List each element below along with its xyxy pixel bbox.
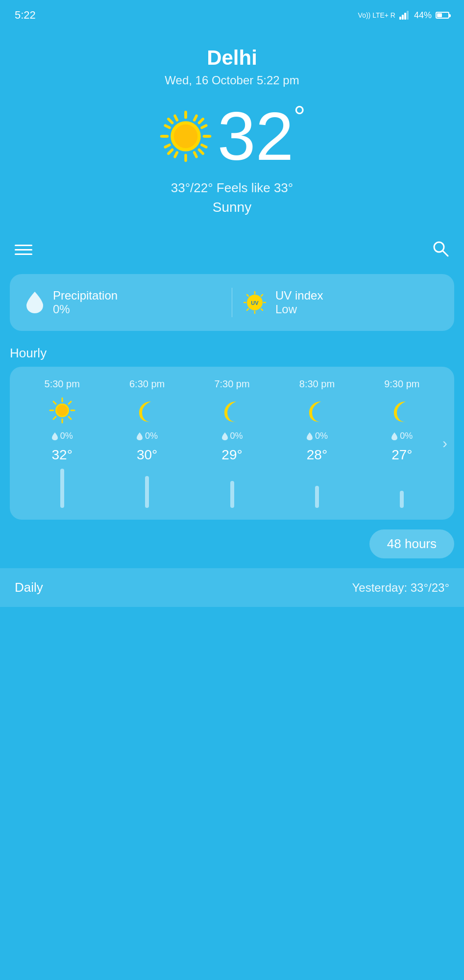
temp-row: 32 ° <box>10 102 454 171</box>
hour-precip-2: 0% <box>221 431 243 441</box>
hour-bar-0 <box>60 469 64 508</box>
temperature-value: 32 <box>218 102 294 171</box>
hourly-section-label: Hourly <box>0 336 464 367</box>
carrier-text: Vo)) LTE+ R <box>358 11 395 20</box>
hour-col-1: 6:30 pm 0%30° <box>104 378 189 508</box>
degree-symbol: ° <box>293 102 305 131</box>
hour-temp-2: 29° <box>221 447 242 463</box>
svg-line-43 <box>69 402 71 404</box>
sun-small-icon <box>48 396 77 425</box>
chevron-right-icon[interactable]: › <box>442 435 447 452</box>
48-hours-button[interactable]: 48 hours <box>369 529 454 558</box>
daily-label: Daily <box>15 580 43 595</box>
weather-condition: Sunny <box>10 200 454 215</box>
hour-time-1: 6:30 pm <box>129 378 165 390</box>
hour-bar-3 <box>315 486 319 508</box>
svg-line-42 <box>69 417 71 419</box>
hour-bar-container-4 <box>400 469 404 508</box>
menu-button[interactable] <box>15 245 32 255</box>
search-button[interactable] <box>432 240 449 259</box>
battery-text: 44% <box>414 10 432 21</box>
sun-icon <box>159 109 213 163</box>
precipitation-label: Precipitation <box>53 289 118 302</box>
svg-rect-0 <box>399 17 401 20</box>
hour-bar-container-0 <box>60 469 64 508</box>
svg-line-9 <box>199 150 203 154</box>
svg-text:UV: UV <box>251 300 259 306</box>
svg-line-10 <box>199 119 203 123</box>
svg-line-44 <box>53 417 56 419</box>
moon-icon-3 <box>302 396 332 425</box>
svg-line-36 <box>247 309 248 310</box>
svg-line-22 <box>175 116 177 120</box>
hour-precip-0: 0% <box>51 431 73 441</box>
info-card: Precipitation 0% UV UV index Low <box>10 274 454 331</box>
moon-icon-2 <box>218 396 247 425</box>
precipitation-value: 0% <box>53 302 118 316</box>
svg-line-33 <box>247 295 248 296</box>
hour-precip-1: 0% <box>136 431 158 441</box>
svg-rect-3 <box>407 11 409 20</box>
hour-time-2: 7:30 pm <box>214 378 249 390</box>
hour-col-2: 7:30 pm 0%29° <box>190 378 274 508</box>
hour-temp-1: 30° <box>137 447 157 463</box>
hourly-card: 5:30 pm 0%32°6:30 pm 0%30°7:30 pm 0%29°8… <box>10 367 454 520</box>
uv-icon: UV <box>242 290 268 315</box>
svg-line-8 <box>168 119 172 123</box>
moon-icon-1 <box>132 396 162 425</box>
svg-line-16 <box>202 145 206 147</box>
svg-line-11 <box>168 150 172 154</box>
temp-range-line: 33°/22° Feels like 33° <box>10 180 454 196</box>
hour-col-4: 9:30 pm 0%27° <box>360 378 444 508</box>
svg-line-14 <box>202 126 206 127</box>
hour-time-4: 9:30 pm <box>384 378 419 390</box>
svg-line-18 <box>175 152 177 157</box>
svg-rect-2 <box>404 13 406 20</box>
hour-time-3: 8:30 pm <box>299 378 335 390</box>
status-bar: 5:22 Vo)) LTE+ R 44% <box>0 0 464 26</box>
hour-bar-container-1 <box>145 469 149 508</box>
svg-rect-1 <box>402 15 404 20</box>
hour-bar-1 <box>145 476 149 508</box>
moon-icon-4 <box>387 396 416 425</box>
hour-time-0: 5:30 pm <box>45 378 80 390</box>
uv-info: UV UV index Low <box>242 289 440 316</box>
svg-line-21 <box>165 126 170 127</box>
hour-precip-4: 0% <box>391 431 413 441</box>
date-time: Wed, 16 October 5:22 pm <box>10 74 454 87</box>
hour-temp-3: 28° <box>307 447 327 463</box>
drop-icon <box>24 290 45 315</box>
hour-temp-0: 32° <box>52 447 73 463</box>
svg-line-26 <box>443 251 448 256</box>
signal-icon <box>399 11 410 20</box>
hour-col-3: 8:30 pm 0%28° <box>274 378 359 508</box>
status-time: 5:22 <box>15 9 36 22</box>
svg-line-35 <box>261 295 263 296</box>
svg-point-46 <box>57 405 68 416</box>
precipitation-info: Precipitation 0% <box>24 289 222 316</box>
svg-line-19 <box>165 145 170 147</box>
hour-bar-container-2 <box>230 469 234 508</box>
hour-precip-3: 0% <box>306 431 328 441</box>
status-right: Vo)) LTE+ R 44% <box>358 10 449 21</box>
city-name: Delhi <box>10 46 454 70</box>
uv-label: UV index <box>275 289 323 302</box>
svg-point-24 <box>173 125 197 148</box>
info-divider <box>232 288 232 317</box>
svg-line-17 <box>194 152 196 157</box>
yesterday-label: Yesterday: 33°/23° <box>352 581 449 595</box>
svg-line-34 <box>261 309 263 310</box>
hour-temp-4: 27° <box>391 447 412 463</box>
temp-display: 32 ° <box>218 102 306 171</box>
hour-bar-4 <box>400 491 404 508</box>
uv-value: Low <box>275 302 323 316</box>
controls-row <box>0 230 464 269</box>
hour-bar-2 <box>230 481 234 508</box>
bottom-bar: Daily Yesterday: 33°/23° <box>0 568 464 607</box>
hourly-grid: 5:30 pm 0%32°6:30 pm 0%30°7:30 pm 0%29°8… <box>20 378 444 508</box>
hour-col-0: 5:30 pm 0%32° <box>20 378 104 508</box>
hours-btn-row: 48 hours <box>0 520 464 563</box>
svg-line-13 <box>194 116 196 120</box>
svg-line-41 <box>53 402 56 404</box>
weather-header: Delhi Wed, 16 October 5:22 pm <box>0 26 464 225</box>
